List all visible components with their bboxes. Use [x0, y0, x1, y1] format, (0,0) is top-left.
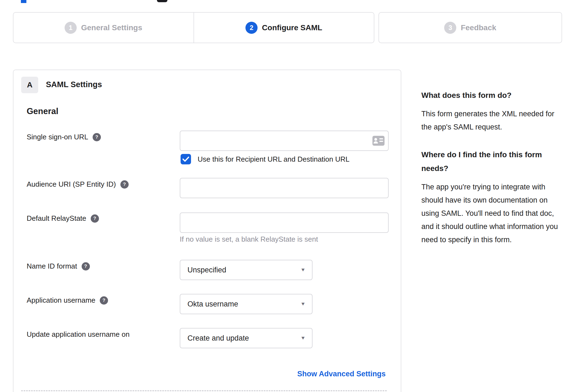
recipient-url-checkbox[interactable] — [181, 154, 191, 164]
recipient-url-checkbox-row: Use this for Recipient URL and Destinati… — [181, 154, 350, 164]
step-label: Feedback — [461, 23, 496, 32]
name-id-format-value: Unspecified — [187, 266, 226, 274]
update-username-value: Create and update — [187, 334, 249, 343]
relay-state-label: Default RelayState ? — [27, 214, 99, 223]
update-username-label-text: Update application username on — [27, 330, 129, 339]
application-username-select[interactable]: Okta username ▼ — [180, 294, 313, 314]
sidebar-heading-where: Where do I find the info this form needs… — [421, 148, 560, 175]
help-icon[interactable]: ? — [100, 296, 108, 305]
general-section-heading: General — [27, 106, 58, 116]
chevron-down-icon: ▼ — [300, 335, 306, 341]
sso-url-input[interactable] — [180, 131, 389, 151]
configure-saml-page: { "colors": { "accent_blue": "#1662dd", … — [0, 0, 575, 392]
contact-card-icon[interactable] — [372, 136, 385, 146]
sidebar-body-what: This form generates the XML needed for t… — [421, 107, 560, 134]
help-icon[interactable]: ? — [91, 214, 99, 223]
sidebar-body-where: The app you're trying to integrate with … — [421, 180, 560, 246]
application-username-value: Okta username — [187, 300, 238, 308]
help-icon[interactable]: ? — [120, 180, 129, 189]
clipped-header-title-fragment — [21, 0, 26, 3]
update-username-select[interactable]: Create and update ▼ — [180, 328, 313, 348]
checkmark-icon — [183, 156, 189, 162]
help-sidebar: What does this form do? This form genera… — [421, 89, 560, 261]
relay-state-input[interactable] — [180, 212, 389, 233]
wizard-stepper-feedback: 3 Feedback — [378, 12, 562, 43]
update-username-label: Update application username on — [27, 330, 129, 339]
relay-state-label-text: Default RelayState — [27, 214, 86, 223]
wizard-stepper: 1 General Settings 2 Configure SAML — [13, 12, 374, 43]
help-icon[interactable]: ? — [82, 262, 90, 270]
saml-settings-panel: A SAML Settings General Single sign-on U… — [13, 70, 401, 392]
sso-url-label: Single sign-on URL ? — [27, 133, 101, 141]
relay-state-hint: If no value is set, a blank RelayState i… — [180, 235, 318, 244]
help-icon[interactable]: ? — [93, 133, 101, 141]
name-id-format-label-text: Name ID format — [27, 262, 77, 270]
step-label: Configure SAML — [262, 23, 322, 32]
application-username-label: Application username ? — [27, 296, 108, 305]
step-configure-saml[interactable]: 2 Configure SAML — [193, 13, 374, 43]
step-feedback[interactable]: 3 Feedback — [379, 13, 562, 43]
chevron-down-icon: ▼ — [300, 301, 306, 307]
audience-uri-input[interactable] — [180, 178, 389, 198]
clipped-header-logo-fragment — [157, 0, 167, 2]
chevron-down-icon: ▼ — [300, 267, 306, 273]
sso-url-label-text: Single sign-on URL — [27, 133, 88, 141]
step-number-badge: 3 — [444, 22, 456, 34]
audience-uri-label-text: Audience URI (SP Entity ID) — [27, 180, 116, 189]
panel-title: SAML Settings — [46, 80, 102, 89]
name-id-format-select[interactable]: Unspecified ▼ — [180, 260, 313, 280]
show-advanced-settings-link[interactable]: Show Advanced Settings — [297, 370, 386, 378]
step-number-badge: 1 — [65, 22, 77, 34]
application-username-label-text: Application username — [27, 296, 95, 305]
step-number-badge: 2 — [245, 22, 258, 34]
step-general-settings[interactable]: 1 General Settings — [13, 13, 193, 43]
section-divider — [21, 390, 387, 391]
section-a-badge: A — [21, 77, 38, 93]
recipient-url-checkbox-label: Use this for Recipient URL and Destinati… — [198, 155, 350, 164]
name-id-format-label: Name ID format ? — [27, 262, 90, 270]
step-label: General Settings — [81, 23, 142, 32]
sidebar-heading-what: What does this form do? — [421, 89, 560, 102]
audience-uri-label: Audience URI (SP Entity ID) ? — [27, 180, 129, 189]
